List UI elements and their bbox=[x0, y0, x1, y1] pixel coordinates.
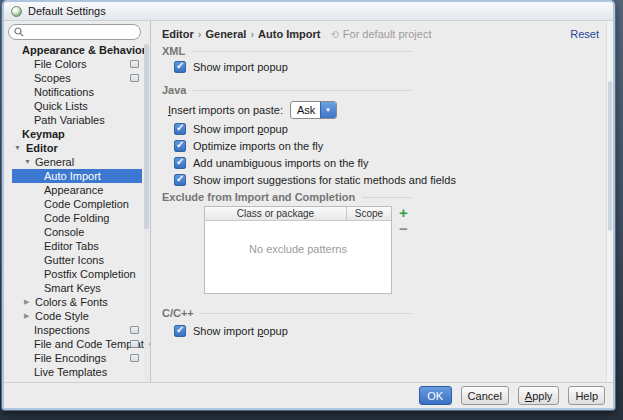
content-scrollbar[interactable] bbox=[606, 21, 613, 382]
reset-arrow-icon bbox=[330, 28, 342, 40]
sidebar-scrollbar-thumb[interactable] bbox=[144, 44, 149, 229]
settings-content: Editor › General › Auto Import For defau… bbox=[152, 21, 603, 382]
java-section-header: Java bbox=[162, 84, 412, 96]
settings-search-box[interactable] bbox=[8, 24, 141, 40]
settings-sidebar: Appearance & Behavior File Colors Scopes… bbox=[4, 21, 151, 382]
per-project-icon bbox=[130, 340, 139, 348]
section-divider bbox=[192, 51, 412, 52]
checkbox-show-import-suggestions[interactable]: Show import suggestions for static metho… bbox=[174, 173, 603, 186]
sidebar-item-auto-import[interactable]: Auto Import bbox=[12, 169, 142, 183]
checkbox-checked-icon[interactable] bbox=[174, 174, 186, 186]
search-icon bbox=[14, 27, 24, 37]
exclude-table-area: Class or package Scope No exclude patter… bbox=[204, 206, 603, 294]
section-divider bbox=[193, 90, 412, 91]
column-scope[interactable]: Scope bbox=[347, 207, 391, 220]
sidebar-item-keymap[interactable]: Keymap bbox=[4, 127, 150, 141]
title-bar[interactable]: Default Settings bbox=[4, 2, 613, 21]
insert-imports-dropdown[interactable]: Ask bbox=[290, 101, 337, 119]
for-default-project-note: For default project bbox=[330, 28, 431, 40]
sidebar-item-editor-tabs[interactable]: Editor Tabs bbox=[4, 239, 150, 253]
breadcrumb-editor[interactable]: Editor bbox=[162, 28, 194, 40]
insert-imports-label: Insert imports on paste: bbox=[168, 104, 283, 116]
sidebar-item-gutter-icons[interactable]: Gutter Icons bbox=[4, 253, 150, 267]
breadcrumb-separator: › bbox=[198, 28, 202, 40]
sidebar-item-scopes[interactable]: Scopes bbox=[4, 71, 150, 85]
remove-pattern-button[interactable]: − bbox=[399, 223, 408, 235]
sidebar-item-code-style[interactable]: Code Style bbox=[4, 309, 150, 323]
chevron-down-icon[interactable] bbox=[24, 155, 31, 169]
reset-link[interactable]: Reset bbox=[570, 28, 599, 40]
ok-button[interactable]: OK bbox=[419, 386, 452, 405]
per-project-icon bbox=[130, 326, 139, 334]
dropdown-arrow-icon[interactable] bbox=[320, 102, 336, 118]
sidebar-item-code-folding[interactable]: Code Folding bbox=[4, 211, 150, 225]
exclude-patterns-table[interactable]: Class or package Scope No exclude patter… bbox=[204, 206, 392, 294]
empty-table-message: No exclude patterns bbox=[205, 243, 391, 255]
dropdown-value: Ask bbox=[291, 102, 320, 118]
sidebar-item-code-completion[interactable]: Code Completion bbox=[4, 197, 150, 211]
sidebar-item-path-variables[interactable]: Path Variables bbox=[4, 113, 150, 127]
sidebar-item-colors-fonts[interactable]: Colors & Fonts bbox=[4, 295, 150, 309]
breadcrumb-general[interactable]: General bbox=[205, 28, 246, 40]
sidebar-item-appearance[interactable]: Appearance bbox=[4, 183, 150, 197]
per-project-icon bbox=[130, 60, 139, 68]
window-title: Default Settings bbox=[28, 5, 106, 17]
sidebar-item-live-templates[interactable]: Live Templates bbox=[4, 365, 150, 379]
checkbox-checked-icon[interactable] bbox=[174, 140, 186, 152]
sidebar-item-appearance-behavior[interactable]: Appearance & Behavior bbox=[4, 43, 150, 57]
chevron-right-icon[interactable] bbox=[24, 309, 29, 323]
sidebar-item-quick-lists[interactable]: Quick Lists bbox=[4, 99, 150, 113]
cancel-button[interactable]: Cancel bbox=[461, 386, 509, 405]
sidebar-item-file-code-templates[interactable]: File and Code Templates bbox=[4, 337, 150, 351]
breadcrumb-separator: › bbox=[250, 28, 254, 40]
table-toolbar: + − bbox=[399, 206, 408, 294]
sidebar-item-console[interactable]: Console bbox=[4, 225, 150, 239]
sidebar-scrollbar[interactable] bbox=[144, 44, 149, 380]
exclude-table-header: Class or package Scope bbox=[205, 207, 391, 221]
sidebar-item-postfix-completion[interactable]: Postfix Completion bbox=[4, 267, 150, 281]
checkbox-checked-icon[interactable] bbox=[174, 123, 186, 135]
checkbox-xml-show-import-popup[interactable]: Show import popup bbox=[174, 60, 603, 73]
checkbox-checked-icon[interactable] bbox=[174, 325, 186, 337]
per-project-icon bbox=[130, 354, 139, 362]
sidebar-item-editor[interactable]: Editor bbox=[4, 141, 150, 155]
exclude-section-header: Exclude from Import and Completion bbox=[162, 191, 412, 203]
content-scrollbar-thumb[interactable] bbox=[608, 81, 612, 231]
dialog-footer: OK Cancel Apply Help bbox=[4, 382, 613, 408]
cpp-section-header: C/C++ bbox=[162, 307, 412, 319]
checkbox-optimize-imports[interactable]: Optimize imports on the fly bbox=[174, 139, 603, 152]
sidebar-item-inspections[interactable]: Inspections bbox=[4, 323, 150, 337]
sidebar-item-smart-keys[interactable]: Smart Keys bbox=[4, 281, 150, 295]
chevron-right-icon[interactable] bbox=[24, 295, 29, 309]
sidebar-item-file-encodings[interactable]: File Encodings bbox=[4, 351, 150, 365]
section-divider bbox=[362, 197, 412, 198]
section-divider bbox=[201, 313, 412, 314]
column-class-or-package[interactable]: Class or package bbox=[205, 207, 347, 220]
chevron-down-icon[interactable] bbox=[14, 141, 21, 155]
sidebar-item-notifications[interactable]: Notifications bbox=[4, 85, 150, 99]
search-input[interactable] bbox=[24, 26, 124, 38]
checkbox-checked-icon[interactable] bbox=[174, 157, 186, 169]
checkbox-add-unambiguous-imports[interactable]: Add unambiguous imports on the fly bbox=[174, 156, 603, 169]
checkbox-checked-icon[interactable] bbox=[174, 61, 186, 73]
checkbox-java-show-import-popup[interactable]: Show import popup bbox=[174, 122, 603, 135]
help-button[interactable]: Help bbox=[568, 386, 605, 405]
default-settings-dialog: Default Settings Appearance & Behavior F… bbox=[2, 0, 615, 410]
breadcrumb-auto-import: Auto Import bbox=[258, 28, 320, 40]
sidebar-item-general[interactable]: General bbox=[4, 155, 150, 169]
checkbox-cpp-show-import-popup[interactable]: Show import popup bbox=[174, 324, 603, 337]
settings-tree: Appearance & Behavior File Colors Scopes… bbox=[4, 43, 150, 379]
apply-button[interactable]: Apply bbox=[518, 386, 560, 405]
per-project-icon bbox=[130, 74, 139, 82]
xml-section-header: XML bbox=[162, 45, 412, 57]
sidebar-item-file-colors[interactable]: File Colors bbox=[4, 57, 150, 71]
app-icon bbox=[11, 6, 22, 17]
breadcrumb: Editor › General › Auto Import For defau… bbox=[162, 26, 599, 41]
insert-imports-on-paste-row: Insert imports on paste: Ask bbox=[168, 100, 603, 119]
